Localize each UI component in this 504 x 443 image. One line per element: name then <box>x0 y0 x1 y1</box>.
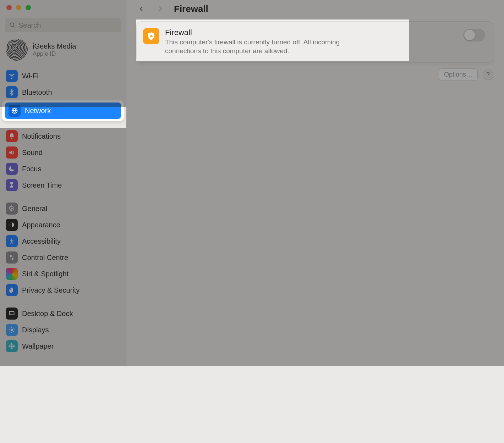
sidebar-item-label: Notifications <box>22 132 61 140</box>
sidebar-item-label: Network <box>25 107 51 115</box>
sidebar-item-label: Bluetooth <box>22 88 52 96</box>
apple-id-row[interactable]: iGeeks Media Apple ID <box>0 36 126 66</box>
brightness-icon <box>6 324 18 336</box>
sidebar-item-displays[interactable]: Displays <box>0 322 126 338</box>
sidebar-item-appearance[interactable]: Appearance <box>0 217 126 233</box>
sidebar-item-label: Screen Time <box>22 181 62 189</box>
window-controls <box>0 0 126 12</box>
sidebar-item-label: General <box>22 205 47 213</box>
toggle-knob <box>464 30 475 40</box>
sidebar-item-label: Wi-Fi <box>22 72 39 80</box>
svg-point-4 <box>11 208 13 210</box>
options-button: Options… <box>439 68 478 81</box>
bluetooth-icon <box>6 86 18 98</box>
sidebar-item-label: Privacy & Security <box>22 286 80 294</box>
svg-point-23 <box>11 343 13 345</box>
sidebar-item-desktop-dock[interactable]: Desktop & Dock <box>0 305 126 322</box>
minimize-window-button[interactable] <box>16 5 21 10</box>
sidebar-item-network[interactable]: Network <box>2 100 124 121</box>
svg-point-26 <box>13 345 15 347</box>
content-pane: Firewall Firewall This computer's firewa… <box>126 0 504 366</box>
sidebar-item-sound[interactable]: Sound <box>0 144 126 161</box>
bell-icon <box>6 130 18 142</box>
help-button[interactable]: ? <box>483 70 493 80</box>
svg-point-24 <box>11 347 13 349</box>
sidebar-item-label: Focus <box>22 165 41 173</box>
dock-icon <box>6 308 18 320</box>
svg-point-10 <box>12 259 13 260</box>
sidebar-item-label: Desktop & Dock <box>22 310 73 318</box>
search-input[interactable]: Search <box>5 18 121 32</box>
svg-line-20 <box>10 331 10 332</box>
sidebar-item-label: Appearance <box>22 221 60 229</box>
svg-line-19 <box>13 331 14 332</box>
svg-point-25 <box>9 345 11 347</box>
gear-icon <box>6 203 18 215</box>
svg-point-13 <box>11 329 13 331</box>
sidebar-item-privacy[interactable]: Privacy & Security <box>0 282 126 298</box>
wifi-icon <box>6 70 18 82</box>
sidebar-item-general[interactable]: General <box>0 200 126 217</box>
accessibility-icon <box>6 235 18 247</box>
nav-header: Firewall <box>126 0 504 15</box>
avatar <box>6 39 28 61</box>
sidebar-item-notifications[interactable]: Notifications <box>0 128 126 144</box>
svg-rect-11 <box>9 311 14 315</box>
network-icon <box>9 105 21 117</box>
sidebar-item-wallpaper[interactable]: Wallpaper <box>0 338 126 354</box>
flower-icon <box>6 340 18 352</box>
back-button[interactable] <box>136 3 148 15</box>
sliders-icon <box>6 251 18 264</box>
account-sub: Apple ID <box>33 50 76 57</box>
sidebar: Search iGeeks Media Apple ID Wi-Fi Bluet… <box>0 0 126 366</box>
svg-point-8 <box>10 255 11 256</box>
sidebar-item-siri[interactable]: Siri & Spotlight <box>0 266 126 282</box>
hourglass-icon <box>6 179 18 191</box>
forward-button <box>154 3 166 15</box>
sidebar-item-label: Wallpaper <box>22 342 54 350</box>
sidebar-item-screen-time[interactable]: Screen Time <box>0 177 126 193</box>
svg-line-18 <box>10 328 10 328</box>
account-name: iGeeks Media <box>33 42 76 50</box>
zoom-window-button[interactable] <box>26 5 31 10</box>
sidebar-item-label: Siri & Spotlight <box>22 270 69 278</box>
sidebar-item-wifi[interactable]: Wi-Fi <box>0 68 126 84</box>
firewall-card-title: Firewall <box>165 28 458 37</box>
firewall-toggle[interactable] <box>463 29 485 41</box>
firewall-card: Firewall This computer's firewall is cur… <box>136 21 493 63</box>
close-window-button[interactable] <box>6 5 12 10</box>
svg-point-6 <box>11 239 12 240</box>
page-title: Firewall <box>174 4 208 15</box>
svg-line-1 <box>13 26 15 27</box>
search-icon <box>9 22 16 28</box>
sidebar-item-accessibility[interactable]: Accessibility <box>0 233 126 249</box>
siri-icon <box>6 268 18 280</box>
svg-point-0 <box>10 23 14 27</box>
moon-icon <box>6 163 18 175</box>
sidebar-item-label: Displays <box>22 326 49 334</box>
firewall-card-description: This computer's firewall is currently tu… <box>165 38 350 55</box>
sidebar-item-label: Accessibility <box>22 237 61 245</box>
svg-point-22 <box>11 345 13 347</box>
firewall-shield-icon <box>143 28 159 44</box>
hand-icon <box>6 284 18 296</box>
sidebar-item-label: Sound <box>22 149 43 157</box>
svg-point-2 <box>11 78 12 79</box>
sidebar-item-label: Control Centre <box>22 254 68 262</box>
sidebar-item-focus[interactable]: Focus <box>0 161 126 177</box>
sidebar-item-control-centre[interactable]: Control Centre <box>0 249 126 266</box>
speaker-icon <box>6 146 18 159</box>
sidebar-item-bluetooth[interactable]: Bluetooth <box>0 84 126 100</box>
svg-line-21 <box>13 328 14 328</box>
search-placeholder: Search <box>18 21 41 29</box>
appearance-icon <box>6 219 18 231</box>
